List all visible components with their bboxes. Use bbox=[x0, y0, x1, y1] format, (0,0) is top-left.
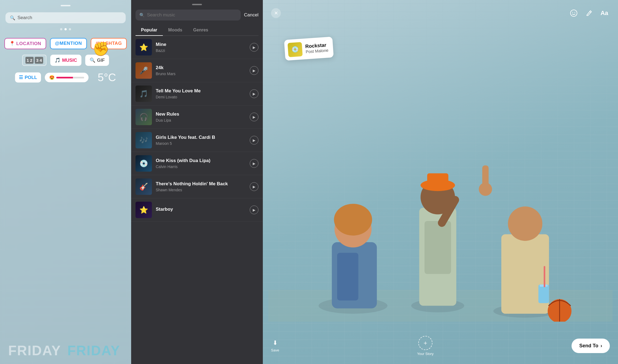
music-sticker-overlay[interactable]: 💿 Rockstar Post Malone bbox=[284, 37, 334, 61]
dot-1 bbox=[60, 28, 62, 30]
song-item[interactable]: 🎸 There's Nothing Holdin' Me Back Shawn … bbox=[131, 175, 263, 198]
location-sticker[interactable]: 📍 LOCATION bbox=[4, 38, 46, 49]
slider-sticker[interactable]: 😍 bbox=[45, 73, 89, 82]
svg-point-1 bbox=[572, 12, 573, 13]
send-to-button[interactable]: Send To › bbox=[572, 339, 610, 353]
album-emoji: 💿 bbox=[139, 159, 148, 168]
album-art: 🎶 bbox=[136, 132, 152, 148]
right-bottom-bar: ⬇ Save ＋ Your Story Send To › bbox=[263, 330, 618, 364]
close-button[interactable]: ✕ bbox=[271, 8, 281, 18]
slider-track[interactable] bbox=[56, 77, 84, 78]
your-story-button[interactable]: ＋ Your Story bbox=[417, 336, 434, 356]
cancel-button[interactable]: Cancel bbox=[244, 11, 258, 19]
mention-sticker[interactable]: @MENTION bbox=[50, 38, 87, 49]
hand-emoji: ✊ bbox=[92, 40, 110, 57]
svg-point-2 bbox=[575, 12, 575, 13]
album-emoji: 🎧 bbox=[139, 113, 148, 121]
tabs-bar: Popular Moods Genres bbox=[136, 20, 258, 36]
song-artist: Shawn Mendes bbox=[156, 188, 246, 192]
play-button[interactable]: ▶ bbox=[250, 43, 258, 52]
location-pin-icon: 📍 bbox=[9, 41, 15, 46]
music-search-box[interactable]: 🔍 bbox=[136, 10, 241, 20]
song-info: There's Nothing Holdin' Me Back Shawn Me… bbox=[156, 181, 246, 192]
chevron-right-icon: › bbox=[601, 343, 602, 349]
your-story-label: Your Story bbox=[417, 352, 434, 356]
song-info: Starboy bbox=[156, 207, 246, 213]
song-item[interactable]: ⭐ Mine Bazzi ▶ bbox=[131, 36, 263, 59]
magnifier-icon: 🔍 bbox=[90, 57, 95, 63]
plus-icon: ＋ bbox=[422, 339, 428, 347]
play-button[interactable]: ▶ bbox=[250, 113, 258, 121]
song-title: Tell Me You Love Me bbox=[156, 88, 246, 94]
song-info: Tell Me You Love Me Demi Lovato bbox=[156, 88, 246, 99]
music-search-icon: 🔍 bbox=[139, 13, 145, 18]
tab-popular[interactable]: Popular bbox=[136, 25, 163, 36]
album-emoji: 🎶 bbox=[139, 136, 148, 145]
album-art: 🎧 bbox=[136, 109, 152, 125]
save-button[interactable]: ⬇ Save bbox=[271, 339, 279, 352]
tab-genres[interactable]: Genres bbox=[188, 25, 214, 36]
song-info: Mine Bazzi bbox=[156, 42, 246, 53]
song-title: There's Nothing Holdin' Me Back bbox=[156, 181, 246, 187]
left-content: 🔍 Search 📍 LOCATION @MENTION #HASHTAG 1 … bbox=[0, 0, 131, 95]
album-art: ⭐ bbox=[136, 39, 152, 55]
album-emoji: 🎸 bbox=[139, 183, 148, 191]
song-item[interactable]: 💿 One Kiss (with Dua Lipa) Calvin Harris… bbox=[131, 152, 263, 175]
left-search-bar[interactable]: 🔍 Search bbox=[5, 12, 126, 23]
draw-button[interactable] bbox=[584, 8, 595, 19]
song-item[interactable]: 🎤 24k Bruno Mars ▶ bbox=[131, 59, 263, 82]
song-artist: Dua Lipa bbox=[156, 118, 246, 122]
music-note-icon: 🎵 bbox=[55, 57, 60, 63]
right-toolbar: ✕ Aa bbox=[263, 0, 618, 24]
song-title: Starboy bbox=[156, 207, 246, 212]
search-icon: 🔍 bbox=[10, 15, 15, 20]
play-button[interactable]: ▶ bbox=[250, 182, 258, 191]
song-artist: Bruno Mars bbox=[156, 72, 246, 76]
story-circle: ＋ bbox=[418, 336, 432, 350]
album-art: 💿 bbox=[136, 155, 152, 172]
middle-content: 🔍 Cancel Popular Moods Genres ⭐ Mine Baz… bbox=[131, 0, 263, 364]
download-icon: ⬇ bbox=[273, 339, 278, 347]
song-info: Girls Like You feat. Cardi B Maroon 5 bbox=[156, 135, 246, 146]
song-artist: Calvin Harris bbox=[156, 165, 246, 169]
album-emoji: 🎵 bbox=[139, 90, 148, 98]
album-art: 🎸 bbox=[136, 178, 152, 195]
play-button[interactable]: ▶ bbox=[250, 89, 258, 98]
song-item[interactable]: 🎧 New Rules Dua Lipa ▶ bbox=[131, 105, 263, 129]
song-item[interactable]: 🎵 Tell Me You Love Me Demi Lovato ▶ bbox=[131, 82, 263, 105]
search-placeholder-text: Search bbox=[17, 15, 32, 20]
sticker-face-button[interactable] bbox=[568, 8, 579, 19]
album-art: 🎤 bbox=[136, 62, 152, 79]
music-sticker-btn[interactable]: 🎵 MUSIC bbox=[50, 55, 81, 66]
song-title: New Rules bbox=[156, 111, 246, 117]
album-art: 🎵 bbox=[136, 86, 152, 102]
song-item[interactable]: 🎶 Girls Like You feat. Cardi B Maroon 5 … bbox=[131, 129, 263, 152]
friday-text-right: FRIDAY bbox=[67, 343, 120, 359]
play-button[interactable]: ▶ bbox=[250, 159, 258, 168]
tab-moods[interactable]: Moods bbox=[163, 25, 188, 36]
song-artist: Maroon 5 bbox=[156, 141, 246, 146]
svg-rect-21 bbox=[544, 266, 545, 287]
location-label: LOCATION bbox=[16, 41, 41, 46]
music-label: MUSIC bbox=[62, 58, 77, 63]
play-button[interactable]: ▶ bbox=[250, 136, 258, 145]
dot-indicators bbox=[60, 28, 71, 30]
svg-rect-24 bbox=[482, 165, 488, 192]
music-search-input[interactable] bbox=[147, 12, 237, 18]
svg-point-8 bbox=[334, 204, 372, 236]
text-button[interactable]: Aa bbox=[599, 8, 610, 19]
song-info: 24k Bruno Mars bbox=[156, 65, 246, 76]
album-emoji: ⭐ bbox=[139, 206, 148, 214]
play-button[interactable]: ▶ bbox=[250, 66, 258, 75]
svg-rect-19 bbox=[538, 284, 549, 303]
clock-sticker[interactable]: 1 2 3 4 bbox=[22, 55, 47, 66]
play-button[interactable]: ▶ bbox=[250, 206, 258, 214]
poll-sticker[interactable]: ☰ POLL bbox=[15, 72, 41, 83]
sticker-row-3: ☰ POLL 😍 5°C bbox=[5, 71, 126, 84]
poll-label: POLL bbox=[25, 75, 37, 80]
song-item[interactable]: ⭐ Starboy ▶ bbox=[131, 198, 263, 222]
svg-rect-12 bbox=[425, 221, 451, 274]
emoji-slider-icon: 😍 bbox=[49, 75, 55, 80]
drag-handle[interactable] bbox=[61, 5, 70, 6]
middle-panel: 🔍 Cancel Popular Moods Genres ⭐ Mine Baz… bbox=[131, 0, 263, 364]
